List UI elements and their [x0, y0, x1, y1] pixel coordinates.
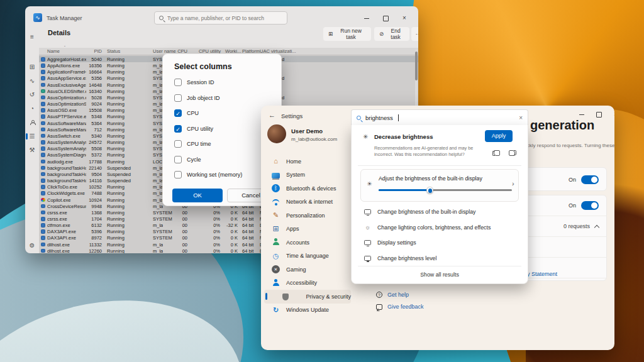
checkbox-unchecked[interactable]: [174, 94, 182, 102]
more-options-button[interactable]: ⋯: [411, 27, 418, 41]
cell: m_la: [153, 222, 163, 228]
person-green-icon: [272, 238, 280, 246]
checkbox-checked[interactable]: ✓: [174, 109, 182, 117]
search-result-item[interactable]: Change brightness level: [352, 251, 528, 266]
sidebar-item-apps[interactable]: ⊞Apps: [264, 222, 351, 236]
give-feedback-link[interactable]: Give feedback: [376, 304, 424, 310]
column-option[interactable]: Job object ID: [174, 90, 275, 106]
apps-icon: ⊞: [272, 225, 280, 233]
brightness-slider-card[interactable]: ☀ Adjust the brightness of the built-in …: [360, 169, 519, 202]
rail-item-users[interactable]: [25, 117, 39, 128]
sidebar-item-system[interactable]: System: [264, 168, 351, 182]
sidebar-item-accessibility[interactable]: Accessibility: [264, 277, 351, 290]
user-email: m_lab@outlook.com: [291, 136, 337, 142]
search-result-item[interactable]: Display settings: [352, 235, 528, 250]
column-option[interactable]: ✓CPU: [174, 106, 275, 121]
slider-fill: [379, 189, 430, 191]
process-icon: [41, 153, 45, 157]
get-help-link[interactable]: ? Get help: [376, 292, 409, 298]
rail-item-startup-apps[interactable]: ◔: [25, 103, 39, 114]
shield-icon: [282, 293, 289, 300]
clear-search-icon[interactable]: ×: [519, 114, 523, 121]
cell: Running: [107, 69, 125, 75]
brightness-slider[interactable]: [379, 189, 512, 191]
scrollbar-thumb[interactable]: [415, 52, 418, 80]
column-option[interactable]: Working set (memory): [174, 167, 275, 183]
cell: Running: [107, 242, 125, 248]
task-manager-app-icon: ∿: [33, 13, 42, 22]
rail-item-performance[interactable]: ∿: [25, 75, 39, 87]
cell: AsusOLEDShifter.exe: [47, 89, 86, 94]
column-option[interactable]: Session ID: [174, 75, 275, 90]
minimize-button[interactable]: [574, 109, 590, 120]
column-header-pid[interactable]: PID: [86, 48, 102, 54]
minimize-button[interactable]: [358, 13, 375, 24]
run-new-task-button[interactable]: ⊞ Run new task: [323, 27, 371, 41]
sidebar-item-network-internet[interactable]: Network & internet: [264, 195, 351, 209]
thumbs-down-icon[interactable]: [509, 150, 515, 156]
avatar[interactable]: [267, 124, 286, 143]
checkbox-checked[interactable]: ✓: [174, 125, 182, 133]
checkbox-unchecked[interactable]: [174, 171, 182, 178]
cell: 5508: [86, 146, 102, 151]
close-button[interactable]: ×: [608, 109, 614, 120]
cell: Running: [107, 127, 125, 133]
privacy-statement-link[interactable]: y Statement: [527, 271, 557, 277]
maximize-button[interactable]: [377, 13, 394, 24]
sidebar-item-personalization[interactable]: ✎Personalization: [264, 209, 351, 222]
sidebar-item-gaming[interactable]: ✕Gaming: [264, 263, 351, 277]
search-result-item[interactable]: ☼Change lighting colors, brightness, and…: [352, 220, 528, 235]
cell: ClockWidgets.exe: [47, 190, 85, 196]
column-option[interactable]: CPU time: [174, 136, 275, 152]
settings-gear-icon[interactable]: ⚙: [25, 240, 39, 251]
cell: 16340: [86, 89, 102, 94]
sidebar-item-accounts[interactable]: Accounts: [264, 236, 351, 250]
column-option[interactable]: ✓CPU utility: [174, 121, 275, 137]
apply-button[interactable]: Apply: [485, 130, 513, 142]
sidebar-item-privacy-security[interactable]: Privacy & security: [264, 290, 351, 304]
back-button[interactable]: ←: [269, 111, 275, 119]
process-icon: [41, 185, 45, 189]
hamburger-menu-icon[interactable]: ≡: [25, 31, 39, 43]
checkbox-unchecked[interactable]: [174, 156, 182, 163]
close-button[interactable]: ×: [396, 13, 413, 24]
end-task-button[interactable]: ⊘ End task: [374, 27, 409, 41]
cell: csrss.exe: [47, 210, 67, 216]
task-manager-search-input[interactable]: Type a name, publisher, or PID to search: [154, 11, 287, 25]
rail-item-app-history[interactable]: ↺: [25, 89, 39, 101]
rail-item-details[interactable]: ☰: [25, 131, 39, 142]
checkbox-unchecked[interactable]: [174, 140, 182, 148]
monitor-icon: [364, 256, 371, 261]
cell: m_la: [153, 63, 163, 69]
toggle-switch[interactable]: [581, 201, 599, 210]
ok-button[interactable]: OK: [172, 189, 223, 202]
thumbs-up-icon[interactable]: [494, 150, 500, 156]
process-icon: [41, 229, 45, 234]
column-header-name[interactable]: Name: [47, 48, 60, 54]
process-icon: [41, 191, 45, 195]
search-result-item[interactable]: Change brightness of the built-in displa…: [352, 204, 528, 219]
rail-item-processes[interactable]: ⊞: [25, 62, 39, 73]
sidebar-item-bluetooth-devices[interactable]: ᛒBluetooth & devices: [264, 182, 351, 195]
option-label: Working set (memory): [187, 172, 242, 178]
rail-item-services[interactable]: ⚒: [25, 145, 39, 156]
sidebar-item-home[interactable]: ⌂Home: [264, 155, 351, 168]
sidebar-item-windows-update[interactable]: ↻Windows Update: [264, 304, 351, 317]
column-option[interactable]: Cycle: [174, 152, 275, 168]
update-icon: ↻: [272, 306, 280, 314]
column-header-status[interactable]: Status: [107, 48, 120, 54]
process-icon: [41, 249, 45, 253]
cell: Running: [107, 121, 125, 126]
toggle-switch[interactable]: [581, 175, 599, 184]
show-all-results-button[interactable]: Show all results: [352, 266, 528, 283]
cell: ctfmon.exe: [47, 222, 70, 228]
sidebar-item-time-language[interactable]: ◷Time & language: [264, 250, 351, 263]
bt-icon: ᛒ: [272, 184, 280, 192]
slider-knob[interactable]: [426, 187, 433, 194]
cell: AsusSwitch.exe: [47, 133, 80, 139]
checkbox-unchecked[interactable]: [174, 79, 182, 86]
settings-search-input[interactable]: brightness ×: [351, 109, 528, 125]
maximize-button[interactable]: [591, 109, 607, 120]
cell: 64 bit: [242, 235, 253, 241]
cell: Running: [107, 159, 125, 165]
